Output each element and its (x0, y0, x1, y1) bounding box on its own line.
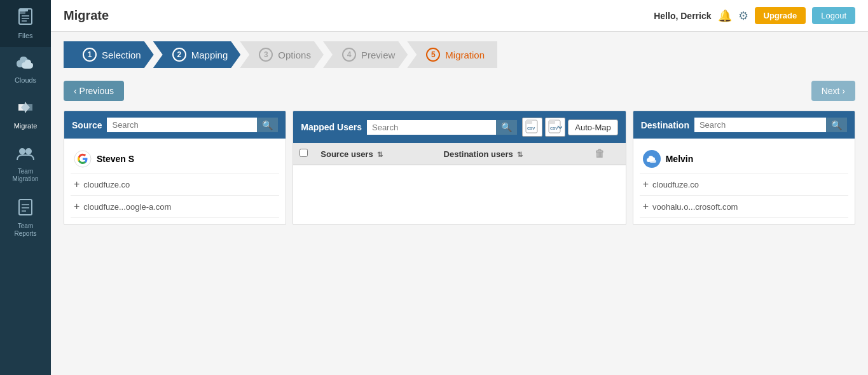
destination-org-1-label: cloudfuze.co (652, 180, 699, 189)
step-3-label: Options (278, 50, 311, 60)
destination-org-2-label: voohalu.o...crosoft.com (652, 202, 738, 212)
files-icon (17, 8, 34, 29)
sidebar-team-migration-label: TeamMigration (12, 168, 38, 183)
mapped-search-input[interactable] (367, 120, 496, 135)
logout-button[interactable]: Logout (812, 7, 855, 24)
main-content: Migrate Hello, Derrick 🔔 ⚙ Upgrade Logou… (51, 0, 868, 375)
step-4-num: 4 (342, 48, 356, 62)
delete-col: 🗑 (588, 143, 626, 165)
destination-panel-content: Melvin + cloudfuze.co + voohalu.o...cros… (633, 139, 855, 224)
destination-panel-title: Destination (641, 120, 689, 130)
step-2-label: Mapping (191, 50, 228, 60)
step-migration[interactable]: 5 Migration (407, 41, 497, 68)
csv-export-button[interactable]: CSV (522, 118, 542, 137)
step-selection[interactable]: 1 Selection (64, 41, 154, 68)
next-arrow-icon: › (839, 86, 845, 96)
sidebar: Files Clouds Migrate TeamMigration (0, 0, 51, 375)
step-mapping[interactable]: 2 Mapping (153, 41, 241, 68)
source-search-button[interactable]: 🔍 (257, 118, 278, 132)
step-1-num: 1 (83, 48, 97, 62)
sidebar-team-reports-label: TeamReports (14, 222, 36, 238)
csv-import-button[interactable]: CSV (545, 118, 565, 137)
sidebar-item-team-migration[interactable]: TeamMigration (0, 137, 51, 191)
wizard-steps: 1 Selection 2 Mapping 3 Options 4 Previe… (64, 41, 855, 68)
step-4-label: Preview (361, 50, 395, 60)
onedrive-icon (643, 150, 661, 168)
svg-text:CSV: CSV (527, 126, 535, 130)
source-org-2-label: cloudfuze...oogle-a.com (83, 202, 171, 212)
step-5-num: 5 (426, 48, 440, 62)
next-button[interactable]: Next › (811, 81, 855, 101)
mapped-search-box: 🔍 (367, 120, 517, 135)
automap-button[interactable]: Auto-Map (568, 119, 617, 135)
step-options[interactable]: 3 Options (240, 41, 324, 68)
svg-point-6 (19, 148, 25, 154)
svg-rect-17 (549, 120, 555, 124)
header: Migrate Hello, Derrick 🔔 ⚙ Upgrade Logou… (51, 0, 868, 32)
mapped-search-button[interactable]: 🔍 (496, 120, 517, 135)
source-panel-content: Steven S + cloudfuze.co + cloudfuze...oo… (64, 139, 286, 224)
clouds-icon (15, 55, 36, 74)
step-5-label: Migration (445, 50, 485, 60)
previous-button[interactable]: ‹ Previous (64, 81, 124, 101)
destination-search-box: 🔍 (694, 118, 847, 132)
source-panel-header: Source 🔍 (64, 111, 286, 139)
sidebar-item-team-reports[interactable]: TeamReports (0, 191, 51, 245)
step-1-label: Selection (102, 50, 141, 60)
svg-point-7 (25, 148, 32, 154)
destination-search-input[interactable] (694, 118, 826, 132)
destination-search-button[interactable]: 🔍 (826, 118, 847, 132)
svg-rect-2 (19, 9, 25, 14)
page-title: Migrate (64, 8, 109, 23)
greeting-text: Hello, Derrick (654, 11, 711, 21)
destination-org-2: + voohalu.o...crosoft.com (640, 196, 848, 218)
upgrade-button[interactable]: Upgrade (755, 7, 806, 24)
sidebar-files-label: Files (18, 32, 32, 39)
svg-text:CSV: CSV (550, 126, 558, 130)
step-3-num: 3 (259, 48, 273, 62)
sidebar-item-clouds[interactable]: Clouds (0, 47, 51, 92)
gear-icon[interactable]: ⚙ (738, 9, 748, 23)
select-all-checkbox[interactable] (300, 149, 308, 157)
migrate-icon (16, 99, 35, 119)
sidebar-clouds-label: Clouds (15, 76, 36, 84)
expand-dest-org-1-icon[interactable]: + (643, 179, 649, 190)
mapped-panel: Mapped Users 🔍 CSV (293, 111, 626, 225)
source-user-row: Steven S (71, 145, 279, 174)
google-icon (74, 150, 92, 168)
source-org-1-label: cloudfuze.co (83, 180, 130, 189)
mapped-panel-content: Source users ⇅ Destination users ⇅ 🗑 (293, 143, 625, 224)
source-user-name: Steven S (97, 154, 134, 164)
source-sort-icon[interactable]: ⇅ (377, 151, 383, 158)
table-header-row: Source users ⇅ Destination users ⇅ 🗑 (293, 143, 625, 165)
source-search-input[interactable] (107, 118, 257, 132)
sidebar-item-migrate[interactable]: Migrate (0, 92, 51, 137)
mapped-extra-controls: CSV CSV Auto-Map (522, 118, 617, 137)
source-search-box: 🔍 (107, 118, 278, 132)
csv-export-icon: CSV (525, 119, 539, 133)
panels-container: Source 🔍 (64, 111, 855, 225)
sidebar-migrate-label: Migrate (14, 122, 38, 130)
navigation-buttons: ‹ Previous Next › (64, 81, 855, 101)
bell-icon[interactable]: 🔔 (718, 9, 732, 23)
destination-org-1: + cloudfuze.co (640, 174, 848, 196)
destination-user-row: Melvin (640, 145, 848, 174)
delete-all-icon[interactable]: 🗑 (595, 148, 605, 159)
expand-dest-org-2-icon[interactable]: + (643, 201, 649, 212)
source-panel-title: Source (72, 120, 102, 130)
prev-arrow-icon: ‹ (74, 86, 79, 96)
select-all-col (293, 143, 314, 165)
svg-rect-8 (19, 200, 32, 215)
team-reports-icon (17, 198, 34, 220)
svg-rect-14 (526, 120, 532, 124)
source-org-2: + cloudfuze...oogle-a.com (71, 196, 279, 218)
sidebar-item-files[interactable]: Files (0, 0, 51, 47)
source-org-1: + cloudfuze.co (71, 174, 279, 196)
dest-sort-icon[interactable]: ⇅ (517, 151, 523, 158)
csv-import-icon: CSV (548, 119, 562, 133)
expand-org-2-icon[interactable]: + (74, 201, 79, 212)
step-preview[interactable]: 4 Preview (323, 41, 408, 68)
source-users-col: Source users ⇅ (314, 143, 437, 165)
content-area: 1 Selection 2 Mapping 3 Options 4 Previe… (51, 32, 868, 375)
expand-org-1-icon[interactable]: + (74, 179, 79, 190)
